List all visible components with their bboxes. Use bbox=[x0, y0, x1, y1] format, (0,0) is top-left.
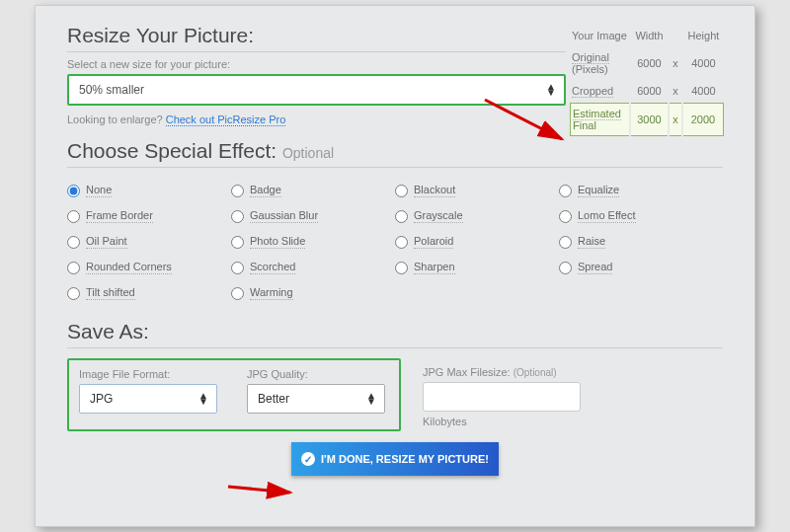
effect-radio[interactable] bbox=[395, 185, 408, 197]
quality-select[interactable]: Better ▲▼ bbox=[247, 384, 385, 414]
effect-radio[interactable] bbox=[231, 236, 244, 249]
effect-label: Scorched bbox=[250, 261, 295, 274]
dim-w: 3000 bbox=[631, 103, 668, 136]
effect-gaussian-blur[interactable]: Gaussian Blur bbox=[231, 203, 395, 229]
done-row: ✓ I'M DONE, RESIZE MY PICTURE! bbox=[67, 442, 723, 476]
caret-icon: ▲▼ bbox=[198, 393, 208, 405]
effect-blackout[interactable]: Blackout bbox=[395, 178, 559, 203]
effect-sharpen[interactable]: Sharpen bbox=[395, 255, 559, 280]
effect-rounded-corners[interactable]: Rounded Corners bbox=[67, 255, 231, 280]
effect-radio[interactable] bbox=[231, 262, 244, 274]
dim-row-cropped: Cropped 6000 x 4000 bbox=[570, 81, 724, 101]
effect-warming[interactable]: Warming bbox=[231, 280, 395, 306]
effect-badge[interactable]: Badge bbox=[231, 178, 395, 203]
maxsize-label-text: JPG Max Filesize: bbox=[423, 366, 511, 378]
maxsize-unit: Kilobytes bbox=[423, 416, 581, 427]
resize-form: Resize Your Picture: Select a new size f… bbox=[35, 5, 755, 527]
dim-h: 4000 bbox=[683, 81, 724, 101]
maxsize-optional: (Optional) bbox=[514, 367, 557, 378]
effect-label: Polaroid bbox=[414, 235, 453, 249]
picresize-pro-link[interactable]: Check out PicResize Pro bbox=[166, 114, 286, 126]
effect-label: Equalize bbox=[578, 184, 619, 197]
effect-label: Tilt shifted bbox=[86, 286, 135, 300]
effect-label: Frame Border bbox=[86, 209, 153, 223]
effect-radio[interactable] bbox=[67, 236, 80, 249]
save-format-quality-group: Image File Format: JPG ▲▼ JPG Quality: B… bbox=[67, 358, 401, 431]
size-select[interactable]: 50% smaller ▲▼ bbox=[67, 74, 566, 106]
effect-label: Photo Slide bbox=[250, 235, 305, 249]
enlarge-note: Looking to enlarge? Check out PicResize … bbox=[67, 114, 566, 125]
dim-h: 2000 bbox=[683, 103, 724, 136]
dim-label: Cropped bbox=[572, 85, 613, 98]
effect-label: Sharpen bbox=[414, 261, 455, 274]
effects-heading-text: Choose Special Effect: bbox=[67, 139, 276, 162]
dimensions-table: Your Image Width Height Original(Pixels)… bbox=[568, 24, 726, 138]
effect-radio[interactable] bbox=[395, 236, 408, 249]
quality-value: Better bbox=[258, 392, 289, 406]
effect-radio[interactable] bbox=[395, 262, 408, 274]
format-select[interactable]: JPG ▲▼ bbox=[79, 384, 217, 414]
size-select-label: Select a new size for your picture: bbox=[67, 58, 566, 70]
dim-sub: Final bbox=[573, 119, 596, 131]
effect-radio[interactable] bbox=[67, 210, 80, 223]
resize-section: Resize Your Picture: Select a new size f… bbox=[67, 24, 723, 125]
effect-grayscale[interactable]: Grayscale bbox=[395, 203, 559, 229]
save-section: Save As: Image File Format: JPG ▲▼ JPG Q… bbox=[67, 320, 723, 431]
effect-radio[interactable] bbox=[559, 262, 572, 274]
effect-lomo-effect[interactable]: Lomo Effect bbox=[559, 203, 723, 229]
effect-frame-border[interactable]: Frame Border bbox=[67, 203, 231, 229]
effect-radio[interactable] bbox=[559, 210, 572, 223]
dim-h: 4000 bbox=[683, 47, 724, 79]
effects-heading: Choose Special Effect: Optional bbox=[67, 139, 723, 168]
effect-radio[interactable] bbox=[231, 185, 244, 197]
dim-sub: (Pixels) bbox=[572, 63, 608, 75]
resize-done-button[interactable]: ✓ I'M DONE, RESIZE MY PICTURE! bbox=[291, 442, 499, 476]
effect-label: Spread bbox=[578, 261, 612, 274]
effect-label: Raise bbox=[578, 235, 605, 249]
format-value: JPG bbox=[90, 392, 113, 406]
dim-row-final: EstimatedFinal 3000 x 2000 bbox=[570, 103, 724, 136]
effect-spread[interactable]: Spread bbox=[559, 255, 723, 280]
effect-tilt-shifted[interactable]: Tilt shifted bbox=[67, 280, 231, 306]
done-label: I'M DONE, RESIZE MY PICTURE! bbox=[321, 453, 489, 465]
enlarge-note-prefix: Looking to enlarge? bbox=[67, 114, 166, 125]
effect-radio[interactable] bbox=[67, 287, 80, 300]
effect-radio[interactable] bbox=[395, 210, 408, 223]
effect-radio[interactable] bbox=[67, 262, 80, 274]
dim-head-width: Width bbox=[631, 26, 668, 45]
dim-w: 6000 bbox=[631, 81, 668, 101]
effect-radio[interactable] bbox=[67, 185, 80, 197]
effect-label: Badge bbox=[250, 184, 281, 197]
quality-label: JPG Quality: bbox=[247, 368, 385, 380]
effect-label: Blackout bbox=[414, 184, 455, 197]
effect-label: None bbox=[86, 184, 112, 197]
effect-none[interactable]: None bbox=[67, 178, 231, 203]
dim-w: 6000 bbox=[631, 47, 668, 79]
effect-label: Grayscale bbox=[414, 209, 463, 223]
effects-grid: NoneBadgeBlackoutEqualizeFrame BorderGau… bbox=[67, 178, 723, 306]
effect-polaroid[interactable]: Polaroid bbox=[395, 229, 559, 255]
effect-label: Rounded Corners bbox=[86, 261, 172, 274]
effect-scorched[interactable]: Scorched bbox=[231, 255, 395, 280]
effect-raise[interactable]: Raise bbox=[559, 229, 723, 255]
svg-line-1 bbox=[228, 487, 290, 493]
effect-label: Oil Paint bbox=[86, 235, 127, 249]
effect-equalize[interactable]: Equalize bbox=[559, 178, 723, 203]
check-circle-icon: ✓ bbox=[301, 452, 315, 466]
effect-label: Lomo Effect bbox=[578, 209, 636, 223]
effect-radio[interactable] bbox=[231, 210, 244, 223]
caret-icon: ▲▼ bbox=[366, 393, 376, 405]
maxsize-input[interactable] bbox=[423, 382, 581, 412]
effect-radio[interactable] bbox=[559, 185, 572, 197]
dim-head-height: Height bbox=[683, 26, 724, 45]
effects-section: Choose Special Effect: Optional NoneBadg… bbox=[67, 139, 723, 306]
effect-label: Gaussian Blur bbox=[250, 209, 318, 223]
size-select-value: 50% smaller bbox=[79, 83, 144, 97]
dim-row-original: Original(Pixels) 6000 x 4000 bbox=[570, 47, 724, 79]
effect-radio[interactable] bbox=[231, 287, 244, 300]
effect-radio[interactable] bbox=[559, 236, 572, 249]
effect-oil-paint[interactable]: Oil Paint bbox=[67, 229, 231, 255]
effect-photo-slide[interactable]: Photo Slide bbox=[231, 229, 395, 255]
format-label: Image File Format: bbox=[79, 368, 217, 380]
resize-heading: Resize Your Picture: bbox=[67, 24, 566, 52]
